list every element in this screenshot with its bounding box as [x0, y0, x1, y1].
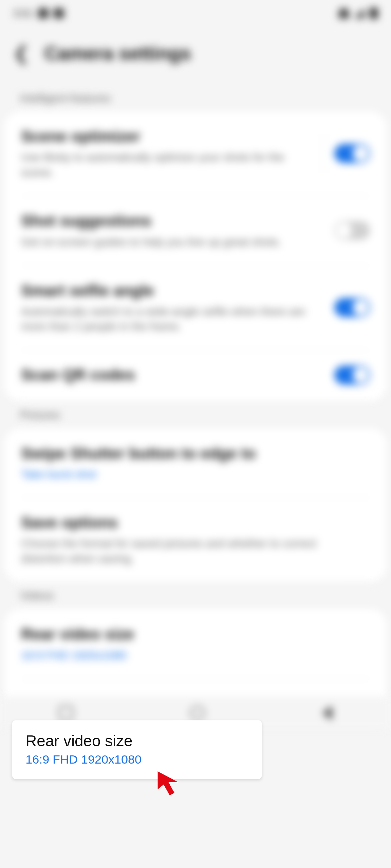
- signal-icon: [354, 8, 364, 18]
- scene-optimizer-toggle[interactable]: [334, 144, 370, 163]
- divider: [324, 134, 324, 173]
- intelligent-features-card: Scene optimizer Use Bixby to automatical…: [4, 111, 387, 401]
- back-icon[interactable]: ❮: [13, 42, 29, 64]
- section-label-intelligent: Intelligent features: [0, 84, 391, 111]
- save-options-row[interactable]: Save options Choose the format for saved…: [4, 497, 387, 582]
- rear-video-size-title-focused: Rear video size: [25, 732, 248, 750]
- rear-video-size-value: 16:9 FHD 1920x1080: [21, 648, 359, 663]
- wifi-icon: [339, 8, 349, 18]
- home-icon[interactable]: [190, 706, 205, 720]
- annotation-arrow-icon: [155, 769, 185, 799]
- scene-optimizer-sub: Use Bixby to automatically optimize your…: [21, 150, 303, 180]
- smart-selfie-toggle[interactable]: [334, 298, 370, 317]
- status-time: 3:01: [13, 7, 33, 19]
- rear-video-size-title: Rear video size: [21, 625, 359, 645]
- svg-marker-0: [158, 771, 178, 795]
- shot-suggestions-sub: Get on-screen guides to help you line up…: [21, 235, 323, 250]
- smart-selfie-row[interactable]: Smart selfie angle Automatically switch …: [4, 265, 387, 350]
- notification-icon: [38, 8, 48, 18]
- swipe-shutter-row[interactable]: Swipe Shutter button to edge to Take bur…: [4, 428, 387, 497]
- scan-qr-toggle[interactable]: [334, 366, 370, 385]
- page-title: Camera settings: [44, 42, 191, 64]
- recents-icon[interactable]: [59, 706, 73, 720]
- shot-suggestions-title: Shot suggestions: [21, 211, 323, 231]
- rear-video-size-row[interactable]: Rear video size 16:9 FHD 1920x1080: [4, 609, 387, 678]
- smart-selfie-title: Smart selfie angle: [21, 281, 323, 301]
- shot-suggestions-row[interactable]: Shot suggestions Get on-screen guides to…: [4, 196, 387, 265]
- scan-qr-row[interactable]: Scan QR codes: [4, 350, 387, 401]
- rear-video-size-highlight[interactable]: Rear video size 16:9 FHD 1920x1080: [12, 720, 262, 779]
- rear-video-size-value-focused: 16:9 FHD 1920x1080: [25, 752, 248, 767]
- swipe-shutter-value: Take burst shot: [21, 467, 359, 482]
- section-label-pictures: Pictures: [0, 401, 391, 428]
- app-header: ❮ Camera settings: [0, 26, 391, 84]
- pictures-card: Swipe Shutter button to edge to Take bur…: [4, 428, 387, 582]
- swipe-shutter-title: Swipe Shutter button to edge to: [21, 443, 359, 463]
- shot-suggestions-toggle[interactable]: [334, 221, 370, 240]
- smart-selfie-sub: Automatically switch to a wide-angle sel…: [21, 304, 323, 334]
- status-bar: 3:01: [0, 0, 391, 26]
- save-options-sub: Choose the format for saved pictures and…: [21, 536, 359, 566]
- sync-icon: [54, 8, 64, 18]
- save-options-title: Save options: [21, 513, 359, 533]
- scene-optimizer-row[interactable]: Scene optimizer Use Bixby to automatical…: [4, 111, 387, 196]
- scene-optimizer-title: Scene optimizer: [21, 127, 303, 147]
- section-label-videos: Videos: [0, 582, 391, 609]
- scan-qr-title: Scan QR codes: [21, 365, 323, 385]
- battery-icon: [370, 8, 378, 19]
- back-nav-icon[interactable]: [322, 706, 332, 720]
